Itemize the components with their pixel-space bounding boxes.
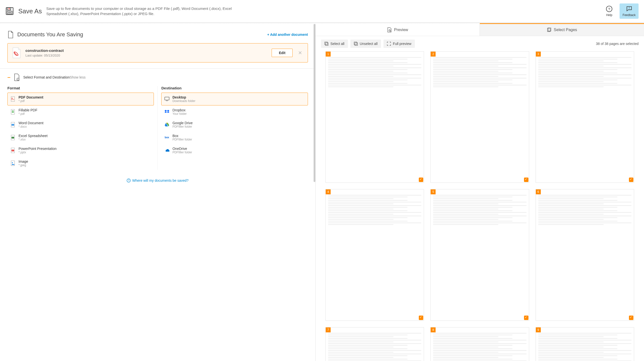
select-all-icon [324, 42, 328, 46]
svg-rect-39 [325, 42, 328, 45]
destination-option-dropbox[interactable]: DropboxYour folder [161, 106, 308, 118]
page-description: Save up to five documents to your comput… [46, 6, 249, 16]
svg-rect-41 [354, 42, 357, 45]
svg-text:?: ? [128, 179, 130, 182]
document-settings-icon [14, 74, 20, 81]
destination-option-desktop[interactable]: DesktopDownloads folder [161, 92, 308, 106]
format-option-ppt[interactable]: PPowerPoint Presentation*.pptx [8, 144, 154, 157]
document-icon [8, 31, 14, 38]
svg-text:!: ! [629, 6, 630, 10]
full-preview-button[interactable]: Full preview [384, 40, 415, 48]
svg-rect-2 [9, 8, 10, 10]
page-number: 8 [431, 328, 436, 332]
svg-rect-3 [7, 11, 12, 14]
page-number: 5 [431, 190, 436, 194]
format-section-title: Select Format and Destination [23, 75, 70, 79]
select-pages-icon [547, 28, 552, 32]
page-thumbnail[interactable]: 3 [536, 51, 634, 183]
page-selected-check-icon [629, 178, 634, 182]
svg-point-13 [12, 98, 12, 99]
page-thumbnail[interactable]: 9 [536, 327, 634, 361]
tab-select-pages[interactable]: Select Pages [480, 24, 644, 36]
svg-rect-16 [12, 112, 14, 112]
tab-preview[interactable]: Preview [316, 24, 480, 36]
page-thumbnail[interactable]: 2 [430, 51, 529, 183]
page-selected-check-icon [419, 316, 423, 320]
help-button[interactable]: ? Help [603, 4, 615, 18]
collapse-toggle[interactable]: – [8, 74, 10, 80]
destination-column: Destination DesktopDownloads folderDropb… [161, 86, 308, 170]
svg-text:X: X [12, 137, 13, 138]
document-last-update: Last update: 05/13/2020 [26, 54, 267, 57]
page-selected-check-icon [524, 316, 528, 320]
add-document-link[interactable]: + Add another document [267, 32, 308, 36]
unselect-all-button[interactable]: Unselect all [350, 40, 381, 48]
svg-text:W: W [12, 124, 14, 126]
destination-option-gdrive[interactable]: Google DrivePDFfiller folder [161, 118, 308, 131]
page-number: 9 [536, 328, 541, 332]
format-option-image[interactable]: Image*.jpeg [8, 157, 154, 170]
help-circle-icon: ? [127, 178, 131, 182]
svg-rect-15 [12, 110, 14, 111]
svg-point-27 [12, 162, 13, 163]
preview-icon [387, 28, 392, 32]
select-all-button[interactable]: Select all [321, 40, 348, 48]
pdf-file-icon [12, 48, 21, 58]
format-label: Format [8, 86, 154, 90]
app-header: Save As Save up to five documents to you… [0, 0, 644, 22]
page-selected-check-icon [419, 178, 423, 182]
destination-option-box[interactable]: boxBoxPDFfiller folder [161, 131, 308, 144]
format-column: Format PDFPDF Document*.pdfFillable PDF*… [8, 86, 154, 170]
page-selected-check-icon [629, 316, 634, 320]
page-thumbnail[interactable]: 1 [326, 51, 424, 183]
page-number: 6 [536, 190, 541, 194]
page-thumbnail[interactable]: 7 [326, 327, 424, 361]
page-thumbnail[interactable]: 5 [430, 189, 529, 320]
full-preview-icon [387, 42, 391, 46]
selected-count: 38 of 38 pages are selected [596, 42, 638, 46]
format-option-word[interactable]: WWord Document*.docx [8, 118, 154, 131]
documents-section-title: Documents You Are Saving [17, 31, 267, 38]
show-less-link[interactable]: Show less [70, 75, 86, 79]
svg-point-10 [18, 79, 18, 80]
svg-rect-40 [326, 43, 328, 46]
svg-line-36 [390, 31, 391, 32]
page-number: 4 [326, 190, 331, 194]
feedback-icon: ! [626, 6, 633, 12]
left-panel: Documents You Are Saving + Add another d… [0, 24, 316, 361]
format-option-pdf[interactable]: PDFPDF Document*.pdf [8, 92, 154, 106]
edit-button[interactable]: Edit [272, 49, 292, 57]
remove-document-button[interactable]: ✕ [297, 50, 303, 56]
scrollbar[interactable] [314, 24, 315, 182]
page-thumbnail[interactable]: 8 [430, 327, 529, 361]
page-number: 3 [536, 52, 541, 56]
page-thumbnail[interactable]: 6 [536, 189, 634, 320]
page-title: Save As [18, 8, 42, 15]
svg-text:P: P [12, 150, 13, 151]
svg-text:?: ? [608, 7, 610, 11]
feedback-button[interactable]: ! Feedback [620, 4, 638, 19]
document-name: construction-contract [26, 48, 267, 52]
page-number: 2 [431, 52, 436, 56]
svg-text:PDF: PDF [11, 99, 14, 100]
page-number: 1 [326, 52, 331, 56]
destination-option-onedrive[interactable]: OneDrivePDFfiller folder [161, 144, 308, 157]
svg-text:box: box [165, 136, 170, 139]
format-option-fillable[interactable]: Fillable PDF*.pdf [8, 106, 154, 118]
svg-rect-42 [355, 43, 358, 46]
help-icon: ? [606, 6, 613, 12]
right-panel: Preview Select Pages Select all Unselect… [316, 24, 644, 361]
unselect-all-icon [354, 42, 358, 46]
format-option-excel[interactable]: XExcel Spreadsheet*.xlsx [8, 131, 154, 144]
document-card: construction-contract Last update: 05/13… [8, 43, 308, 62]
save-icon [6, 7, 14, 15]
page-number: 7 [326, 328, 331, 332]
destination-label: Destination [161, 86, 308, 90]
where-saved-link[interactable]: ? Where will my documents be saved? [127, 178, 188, 182]
svg-rect-28 [165, 97, 169, 100]
page-thumbnail[interactable]: 4 [326, 189, 424, 320]
page-selected-check-icon [524, 178, 528, 182]
